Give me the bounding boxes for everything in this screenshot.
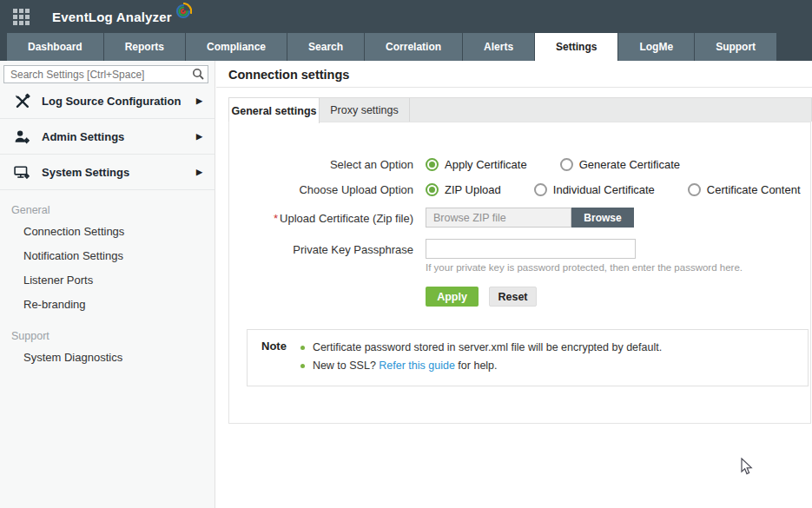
apply-button[interactable]: Apply bbox=[426, 287, 479, 307]
sidebar-item-log-source-configuration[interactable]: Log Source Configuration ▶ bbox=[0, 83, 215, 119]
refer-guide-link[interactable]: Refer this guide bbox=[379, 360, 455, 372]
note-box: Note Certificate password stored in serv… bbox=[247, 329, 809, 386]
radio-zip-upload[interactable]: ZIP Upload bbox=[426, 183, 501, 196]
sidebar-item-system-settings[interactable]: System Settings ▶ bbox=[0, 155, 215, 190]
upload-option-label: Choose Upload Option bbox=[229, 182, 413, 196]
sidebar-item-listener-ports[interactable]: Listener Ports bbox=[0, 267, 215, 292]
radio-individual-certificate[interactable]: Individual Certificate bbox=[534, 183, 655, 196]
select-option-label: Select an Option bbox=[229, 157, 413, 171]
browse-button[interactable]: Browse bbox=[571, 208, 634, 228]
nav-tab-support[interactable]: Support bbox=[695, 33, 777, 61]
sidebar-item-admin-settings[interactable]: Admin Settings ▶ bbox=[0, 119, 215, 155]
row-actions: Apply Reset bbox=[229, 287, 810, 307]
row-select-option: Select an Option Apply Certificate Gener… bbox=[229, 157, 810, 171]
radio-selected-icon bbox=[426, 158, 439, 171]
apps-grid-icon[interactable] bbox=[13, 9, 30, 25]
admin-user-gear-icon bbox=[11, 129, 32, 145]
nav-tab-logme[interactable]: LogMe bbox=[618, 33, 695, 61]
tab-general-settings[interactable]: General settings bbox=[229, 98, 320, 123]
row-private-key-passphrase: Private Key Passphrase If your private k… bbox=[229, 239, 810, 273]
top-bar: EventLog Analyzer bbox=[0, 0, 812, 33]
sidebar-item-label: Admin Settings bbox=[42, 130, 124, 143]
sidebar-item-system-diagnostics[interactable]: System Diagnostics bbox=[0, 345, 215, 369]
reset-button[interactable]: Reset bbox=[489, 287, 537, 307]
radio-unselected-icon bbox=[688, 183, 701, 196]
chevron-right-icon: ▶ bbox=[196, 168, 202, 176]
content-tabstrip: General settings Proxy settings bbox=[228, 97, 812, 122]
search-icon[interactable] bbox=[192, 68, 204, 83]
tools-icon bbox=[11, 93, 32, 109]
sidebar-item-connection-settings[interactable]: Connection Settings bbox=[0, 219, 215, 243]
search-input[interactable] bbox=[3, 65, 208, 83]
sidebar-section-general: General bbox=[11, 204, 215, 216]
settings-sidebar: Log Source Configuration ▶ Admin Setting… bbox=[0, 61, 215, 508]
nav-tab-dashboard[interactable]: Dashboard bbox=[7, 33, 104, 61]
sidebar-item-notification-settings[interactable]: Notification Settings bbox=[0, 243, 215, 267]
note-item: Certificate password stored in server.xm… bbox=[300, 339, 662, 357]
passphrase-input[interactable] bbox=[426, 239, 636, 259]
row-upload-certificate: *Upload Certificate (Zip file) Browse bbox=[229, 208, 810, 228]
zip-file-input[interactable] bbox=[426, 208, 571, 228]
general-settings-panel: Select an Option Apply Certificate Gener… bbox=[228, 122, 811, 424]
sidebar-item-label: System Settings bbox=[42, 166, 129, 179]
radio-unselected-icon bbox=[534, 183, 547, 196]
sidebar-section-support: Support bbox=[11, 330, 215, 342]
sidebar-item-re-branding[interactable]: Re-branding bbox=[0, 292, 215, 316]
required-marker: * bbox=[274, 212, 278, 225]
page-title: Connection settings bbox=[228, 68, 349, 82]
note-item: New to SSL? Refer this guide for help. bbox=[300, 357, 662, 375]
nav-tab-correlation[interactable]: Correlation bbox=[365, 33, 463, 61]
system-monitor-gear-icon bbox=[11, 164, 32, 181]
passphrase-label: Private Key Passphrase bbox=[229, 239, 413, 256]
main-nav: Dashboard Reports Compliance Search Corr… bbox=[0, 33, 812, 61]
upload-certificate-label: *Upload Certificate (Zip file) bbox=[229, 211, 413, 225]
title-divider bbox=[216, 87, 812, 88]
radio-apply-certificate[interactable]: Apply Certificate bbox=[426, 158, 527, 171]
nav-tab-settings[interactable]: Settings bbox=[535, 33, 618, 61]
passphrase-hint: If your private key is password protecte… bbox=[426, 262, 743, 273]
chevron-right-icon: ▶ bbox=[196, 96, 202, 105]
nav-tab-reports[interactable]: Reports bbox=[104, 33, 186, 61]
sidebar-item-label: Log Source Configuration bbox=[42, 95, 181, 108]
mouse-cursor-icon bbox=[741, 458, 754, 479]
nav-tab-alerts[interactable]: Alerts bbox=[463, 33, 535, 61]
radio-certificate-content[interactable]: Certificate Content bbox=[688, 183, 801, 196]
row-upload-option: Choose Upload Option ZIP Upload Individu… bbox=[229, 182, 810, 196]
brand-title: EventLog Analyzer bbox=[52, 10, 172, 24]
chevron-right-icon: ▶ bbox=[196, 132, 202, 141]
brand-logo-swirl-icon bbox=[175, 3, 192, 23]
radio-generate-certificate[interactable]: Generate Certificate bbox=[560, 158, 680, 171]
nav-tab-compliance[interactable]: Compliance bbox=[186, 33, 287, 61]
nav-tab-search[interactable]: Search bbox=[287, 33, 365, 61]
note-label: Note bbox=[261, 339, 287, 375]
radio-unselected-icon bbox=[560, 158, 573, 171]
tab-proxy-settings[interactable]: Proxy settings bbox=[320, 98, 410, 122]
radio-selected-icon bbox=[426, 183, 439, 196]
